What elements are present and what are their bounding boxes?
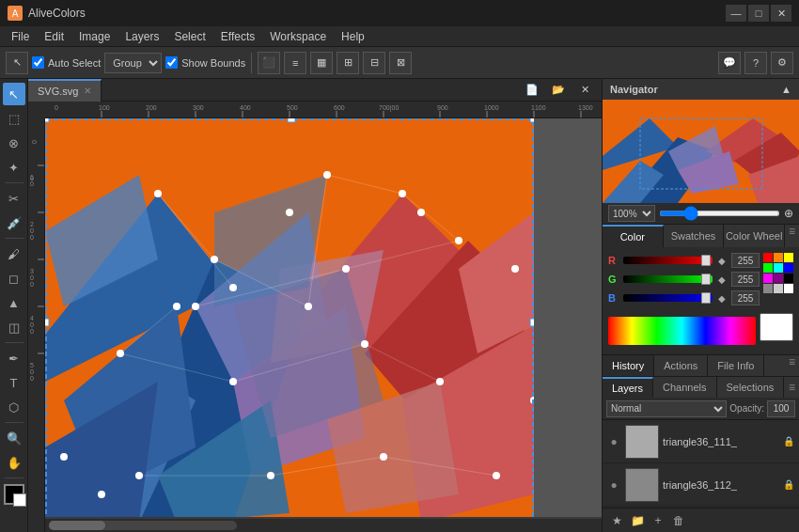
swatch-purple[interactable] bbox=[774, 274, 783, 283]
minimize-button[interactable]: — bbox=[726, 5, 746, 22]
menu-effects[interactable]: Effects bbox=[213, 28, 262, 45]
settings-button[interactable]: ⚙ bbox=[771, 52, 793, 74]
channel-r-slider[interactable] bbox=[623, 257, 713, 264]
close-tab-icon[interactable]: ✕ bbox=[573, 79, 596, 102]
menu-workspace[interactable]: Workspace bbox=[262, 28, 334, 45]
history-tab-fileinfo[interactable]: File Info bbox=[708, 355, 764, 376]
lasso-tool[interactable]: ⊗ bbox=[3, 132, 25, 154]
svg-rect-105 bbox=[530, 118, 534, 122]
swatch-white[interactable] bbox=[784, 284, 793, 293]
add-group-button[interactable]: 📁 bbox=[629, 512, 646, 529]
swatch-orange[interactable] bbox=[774, 253, 783, 262]
magic-wand-tool[interactable]: ✦ bbox=[3, 156, 25, 179]
history-tab-actions[interactable]: Actions bbox=[654, 355, 708, 376]
layer-eye-2[interactable]: ● bbox=[606, 477, 621, 493]
swatch-magenta[interactable] bbox=[763, 274, 773, 283]
background-color[interactable] bbox=[13, 493, 26, 507]
delete-layer-button[interactable]: 🗑 bbox=[670, 512, 687, 529]
layers-menu-icon[interactable]: ≡ bbox=[785, 381, 799, 394]
text-tool[interactable]: T bbox=[3, 371, 25, 394]
layer-eye-1[interactable]: ● bbox=[606, 434, 621, 449]
more-align-button[interactable]: ⊠ bbox=[389, 52, 412, 74]
open-doc-icon[interactable]: 📂 bbox=[547, 79, 570, 102]
add-style-button[interactable]: ★ bbox=[608, 512, 625, 529]
channel-g-input[interactable] bbox=[731, 272, 760, 287]
align-center-h-button[interactable]: ≡ bbox=[284, 52, 306, 74]
select-tool-button[interactable]: ↖ bbox=[6, 52, 28, 74]
eraser-tool[interactable]: ◻ bbox=[3, 267, 25, 289]
canvas-tab-svg[interactable]: SVG.svg ✕ bbox=[28, 79, 102, 102]
chat-button[interactable]: 💬 bbox=[718, 52, 741, 74]
window-controls[interactable]: — □ ✕ bbox=[726, 5, 791, 22]
zoom-select[interactable]: 100% 50% 200% bbox=[608, 205, 655, 222]
layers-tab-layers[interactable]: Layers bbox=[603, 377, 653, 398]
history-menu-icon[interactable]: ≡ bbox=[785, 355, 799, 376]
align-left-button[interactable]: ⬛ bbox=[258, 52, 280, 74]
zoom-tool[interactable]: 🔍 bbox=[3, 427, 25, 449]
brush-tool[interactable]: 🖌 bbox=[3, 243, 25, 265]
swatch-cyan[interactable] bbox=[774, 263, 783, 273]
menu-edit[interactable]: Edit bbox=[37, 28, 71, 45]
history-tabs: History Actions File Info ≡ bbox=[603, 355, 799, 376]
zoom-slider[interactable] bbox=[659, 211, 780, 216]
color-tab-swatches[interactable]: Swatches bbox=[664, 225, 725, 247]
auto-select-checkbox[interactable]: Auto Select bbox=[32, 56, 101, 69]
canvas-content[interactable] bbox=[45, 118, 602, 517]
history-tab-history[interactable]: History bbox=[603, 355, 654, 376]
select-rect-tool[interactable]: ⬚ bbox=[3, 107, 25, 130]
hand-tool[interactable]: ✋ bbox=[3, 451, 25, 474]
channel-g-slider[interactable] bbox=[623, 275, 713, 283]
close-button[interactable]: ✕ bbox=[771, 5, 791, 22]
opacity-input[interactable] bbox=[767, 400, 795, 417]
eyedropper-tool[interactable]: 💉 bbox=[3, 211, 25, 234]
horizontal-scrollbar[interactable] bbox=[45, 519, 602, 532]
layer-item-1[interactable]: ● triangle36_111_ 🔒 bbox=[603, 420, 799, 463]
tab-close-icon[interactable]: ✕ bbox=[84, 86, 91, 96]
menu-select[interactable]: Select bbox=[166, 28, 212, 45]
layer-lock-2[interactable]: 🔒 bbox=[782, 478, 795, 492]
align-right-button[interactable]: ▦ bbox=[310, 52, 333, 74]
zoom-fit-icon[interactable]: ⊕ bbox=[784, 207, 793, 220]
channel-r-input[interactable] bbox=[731, 253, 760, 268]
color-preview[interactable] bbox=[760, 313, 793, 341]
layer-lock-1[interactable]: 🔒 bbox=[782, 435, 795, 448]
add-layer-button[interactable]: + bbox=[650, 512, 666, 529]
color-gradient-bar[interactable] bbox=[608, 317, 756, 345]
new-doc-icon[interactable]: 📄 bbox=[521, 79, 543, 102]
maximize-button[interactable]: □ bbox=[748, 5, 769, 22]
swatch-blue[interactable] bbox=[784, 263, 793, 273]
swatch-black[interactable] bbox=[784, 274, 793, 283]
swatch-lightgray[interactable] bbox=[774, 284, 783, 293]
color-panel-menu-icon[interactable]: ≡ bbox=[785, 225, 799, 247]
layer-item-2[interactable]: ● triangle36_112_ 🔒 bbox=[603, 463, 799, 507]
color-tab-color[interactable]: Color bbox=[603, 225, 664, 247]
swatch-green[interactable] bbox=[763, 263, 773, 273]
svg-text:300: 300 bbox=[193, 104, 204, 111]
crop-tool[interactable]: ✂ bbox=[3, 187, 25, 210]
swatch-red[interactable] bbox=[763, 253, 773, 262]
distribute-v-button[interactable]: ⊟ bbox=[363, 52, 385, 74]
pen-tool[interactable]: ✒ bbox=[3, 347, 25, 369]
move-tool[interactable]: ↖ bbox=[3, 83, 25, 105]
menu-layers[interactable]: Layers bbox=[118, 28, 166, 45]
layers-tab-channels[interactable]: Channels bbox=[653, 377, 716, 398]
layers-tab-selections[interactable]: Selections bbox=[717, 377, 785, 398]
foreground-color[interactable] bbox=[4, 484, 24, 505]
menu-image[interactable]: Image bbox=[71, 28, 118, 45]
channel-b-input[interactable] bbox=[731, 290, 760, 305]
group-select[interactable]: Group bbox=[104, 53, 162, 73]
color-tab-wheel[interactable]: Color Wheel bbox=[724, 225, 785, 247]
distribute-h-button[interactable]: ⊞ bbox=[337, 52, 359, 74]
fill-tool[interactable]: ▲ bbox=[3, 291, 25, 314]
swatch-gray[interactable] bbox=[763, 284, 773, 293]
help-button[interactable]: ? bbox=[744, 52, 767, 74]
navigator-collapse-icon[interactable]: ▲ bbox=[781, 84, 791, 95]
shape-tool[interactable]: ⬡ bbox=[3, 396, 25, 418]
menu-help[interactable]: Help bbox=[334, 28, 372, 45]
menu-file[interactable]: File bbox=[4, 28, 37, 45]
show-bounds-checkbox[interactable]: Show Bounds bbox=[165, 56, 245, 69]
blend-mode-select[interactable]: Normal Multiply Screen Overlay bbox=[606, 400, 727, 417]
swatch-yellow[interactable] bbox=[784, 253, 793, 262]
gradient-tool[interactable]: ◫ bbox=[3, 316, 25, 338]
channel-b-slider[interactable] bbox=[623, 294, 713, 302]
